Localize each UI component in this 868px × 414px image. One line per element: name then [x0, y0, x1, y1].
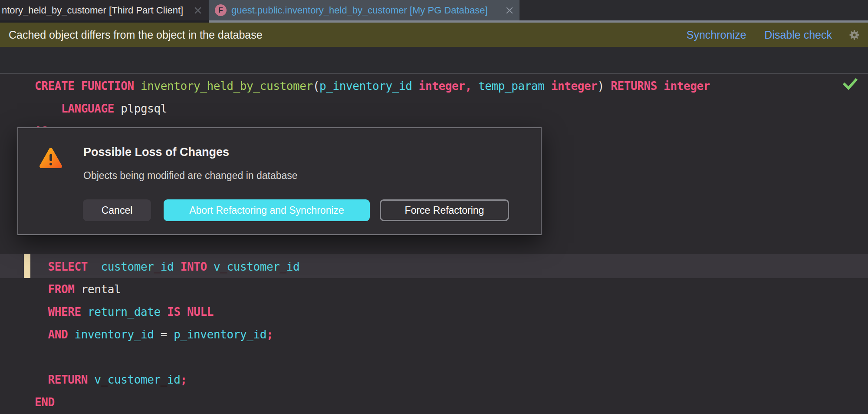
inspection-ok-checkmark-icon[interactable] — [843, 78, 858, 92]
sql-editor[interactable]: CREATE FUNCTION inventory_held_by_custom… — [0, 74, 868, 414]
abort-refactoring-and-synchronize-button[interactable]: Abort Refactoring and Synchronize — [164, 199, 370, 221]
function-badge-icon: F — [215, 4, 227, 16]
banner-message: Cached object differs from the object in… — [9, 29, 668, 41]
editor-toolbar: F — [0, 47, 868, 74]
synchronize-link[interactable]: Synchronize — [687, 29, 746, 41]
possible-loss-of-changes-dialog: Possible Loss of Changes Objects being m… — [17, 127, 542, 235]
code-line: CREATE FUNCTION inventory_held_by_custom… — [35, 75, 710, 97]
dialog-message: Objects being modified are changed in da… — [83, 170, 298, 182]
close-tab-icon[interactable] — [506, 7, 513, 14]
tab-label: ntory_held_by_customer [Third Part Clien… — [2, 5, 183, 16]
code-line: RETURN v_customer_id; — [35, 368, 187, 391]
tab-label: guest.public.inventory_held_by_customer … — [231, 5, 488, 16]
code-line: SELECT customer_id INTO v_customer_id — [35, 255, 299, 278]
modified-line-marker — [24, 254, 30, 278]
tab-third-part-client[interactable]: ntory_held_by_customer [Third Part Clien… — [0, 0, 208, 20]
code-line: AND inventory_id = p_inventory_id; — [35, 323, 273, 346]
gear-icon[interactable] — [848, 29, 860, 41]
disable-check-link[interactable]: Disable check — [764, 29, 832, 41]
ide-window: ntory_held_by_customer [Third Part Clien… — [0, 0, 868, 414]
close-tab-icon[interactable] — [194, 7, 202, 14]
force-refactoring-button[interactable]: Force Refactoring — [380, 199, 509, 221]
editor-tab-bar: ntory_held_by_customer [Third Part Clien… — [0, 0, 868, 23]
code-line: LANGUAGE plpgsql — [35, 97, 167, 120]
dialog-title: Possible Loss of Changes — [83, 146, 229, 159]
code-line: WHERE return_date IS NULL — [35, 301, 214, 323]
cancel-button[interactable]: Cancel — [83, 199, 151, 221]
tab-my-pg-database[interactable]: F guest.public.inventory_held_by_custome… — [209, 0, 519, 20]
warning-icon — [38, 146, 64, 172]
code-line: FROM rental — [35, 278, 121, 301]
code-line: END — [35, 391, 55, 414]
cached-object-warning-banner: Cached object differs from the object in… — [0, 23, 868, 47]
